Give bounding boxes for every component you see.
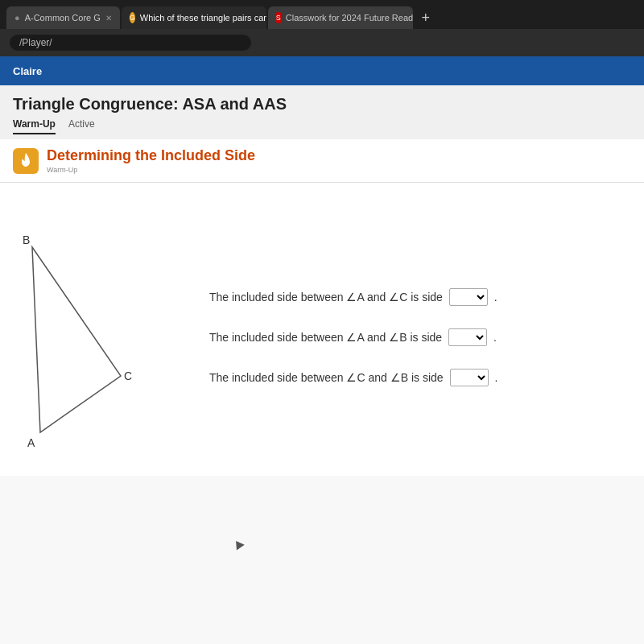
browser-chrome: ● A-Common Core G ✕ G Which of these tri… [0,0,644,56]
question-3-text: The included side between ∠C and ∠B is s… [209,371,444,384]
tab-1-label: A-Common Core G [25,13,101,23]
address-bar-row: /Player/ [0,29,644,56]
flame-icon [19,153,33,169]
activity-title: Determining the Included Side [47,147,255,164]
tab-3-favicon: S [276,12,281,23]
question-row-2: The included side between ∠A and ∠B is s… [209,328,628,346]
question-2-text: The included side between ∠A and ∠B is s… [209,331,442,344]
question-1-period: . [494,291,497,303]
tab-1[interactable]: ● A-Common Core G ✕ [6,6,120,29]
tab-1-close[interactable]: ✕ [105,14,112,23]
new-tab-button[interactable]: + [415,6,437,29]
activity-icon-label: Warm-Up [47,166,255,174]
question-3-period: . [495,371,498,384]
question-2-period: . [493,331,497,344]
tab-bar: ● A-Common Core G ✕ G Which of these tri… [0,0,644,29]
tab-1-favicon: ● [14,13,20,23]
activity-icon [13,148,39,174]
question-1-dropdown[interactable]: AC AB BC [449,288,488,306]
user-name: Claire [13,65,42,77]
triangle-shape [32,247,121,432]
lesson-header: Triangle Congruence: ASA and AAS Warm-Up… [0,85,644,139]
lesson-tab-active[interactable]: Active [68,118,95,134]
cursor-indicator [232,538,245,550]
activity-panel: Determining the Included Side Warm-Up B … [0,139,644,644]
question-row-1: The included side between ∠A and ∠C is s… [209,288,628,306]
activity-header: Determining the Included Side Warm-Up [0,139,644,183]
question-row-3: The included side between ∠C and ∠B is s… [209,369,628,386]
user-bar: Claire [0,56,644,85]
exercise-area: B C A The included side between ∠A and ∠… [0,183,644,476]
bottom-area [0,476,644,644]
lesson-title: Triangle Congruence: ASA and AAS [13,95,631,114]
vertex-a-label: A [27,436,35,449]
triangle-svg: B C A [16,199,193,456]
question-2-dropdown[interactable]: AB AC BC [448,328,487,346]
vertex-c-label: C [124,369,132,382]
tab-3-label: Classwork for 2024 Future Read [286,13,413,23]
tab-2-label: Which of these triangle pairs car [140,13,266,23]
lesson-tabs: Warm-Up Active [13,114,631,134]
vertex-b-label: B [23,233,30,246]
tab-2[interactable]: G Which of these triangle pairs car ✕ [122,6,266,29]
tab-2-favicon: G [130,12,135,23]
activity-header-text: Determining the Included Side Warm-Up [47,147,255,174]
triangle-area: B C A [16,199,193,460]
question-3-dropdown[interactable]: BC AC AB [450,369,489,386]
lesson-tab-warmup[interactable]: Warm-Up [13,118,56,134]
address-bar[interactable]: /Player/ [10,35,251,51]
tab-3[interactable]: S Classwork for 2024 Future Read ✕ [268,6,413,29]
questions-area: The included side between ∠A and ∠C is s… [209,199,628,460]
question-1-text: The included side between ∠A and ∠C is s… [209,291,443,303]
page-content: Claire Triangle Congruence: ASA and AAS … [0,56,644,644]
